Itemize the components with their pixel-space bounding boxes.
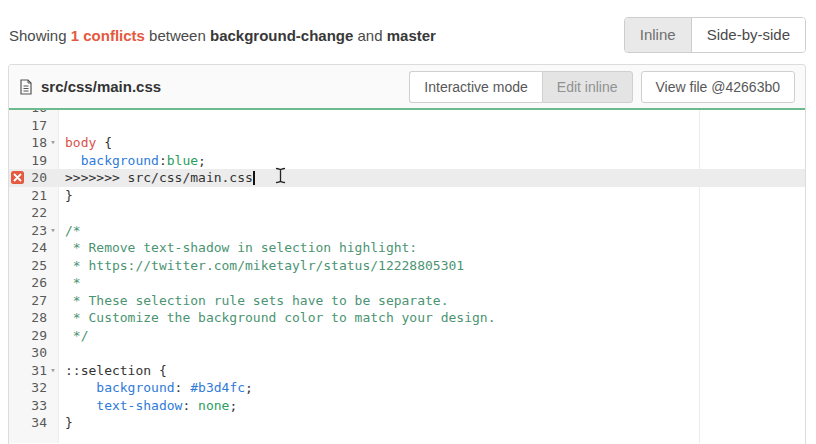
fold-cell xyxy=(47,309,59,327)
marker-cell xyxy=(9,344,27,362)
marker-cell xyxy=(9,152,27,170)
line-number: 17 xyxy=(27,117,47,135)
code-line[interactable]: 22 xyxy=(9,204,805,222)
code-line-text: */ xyxy=(59,327,88,345)
code-line[interactable]: 29 */ xyxy=(9,327,805,345)
line-number: 33 xyxy=(27,397,47,415)
side-by-side-toggle-button[interactable]: Side-by-side xyxy=(692,18,805,52)
code-line[interactable]: 25 * https://twitter.com/miketaylr/statu… xyxy=(9,257,805,275)
code-line-text: } xyxy=(59,414,73,432)
marker-cell xyxy=(9,274,27,292)
fold-cell xyxy=(47,379,59,397)
marker-cell xyxy=(9,397,27,415)
fold-arrow-icon[interactable]: ▾ xyxy=(47,362,59,380)
marker-cell xyxy=(9,187,27,205)
code-line[interactable]: 21} xyxy=(9,187,805,205)
marker-cell xyxy=(9,414,27,432)
line-number: 29 xyxy=(27,327,47,345)
summary-and: and xyxy=(358,27,383,44)
code-line-text xyxy=(59,344,65,362)
line-number: 25 xyxy=(27,257,47,275)
summary-showing: Showing xyxy=(9,27,67,44)
fold-cell xyxy=(47,397,59,415)
fold-arrow-icon[interactable]: ▾ xyxy=(47,222,59,240)
line-number: 20 xyxy=(27,169,47,187)
document-icon xyxy=(19,79,33,95)
i-beam-cursor-icon xyxy=(275,167,286,189)
code-line[interactable]: 33 text-shadow: none; xyxy=(9,397,805,415)
fold-cell xyxy=(47,414,59,432)
conflicts-summary-bar: Showing 1 conflicts between background-c… xyxy=(0,0,816,54)
code-line[interactable]: 18▾body { xyxy=(9,134,805,152)
summary-text: Showing 1 conflicts between background-c… xyxy=(9,27,436,44)
code-line[interactable]: 19 background:blue; xyxy=(9,152,805,170)
code-line-text: * https://twitter.com/miketaylr/status/1… xyxy=(59,257,464,275)
fold-cell xyxy=(47,239,59,257)
marker-cell xyxy=(9,222,27,240)
code-line[interactable]: 24 * Remove text-shadow in selection hig… xyxy=(9,239,805,257)
marker-cell xyxy=(9,327,27,345)
file-name: src/css/main.css xyxy=(41,78,161,95)
marker-cell xyxy=(9,362,27,380)
code-line-text: * Remove text-shadow in selection highli… xyxy=(59,239,417,257)
conflict-x-icon xyxy=(11,171,24,184)
fold-cell xyxy=(47,152,59,170)
line-number: 34 xyxy=(27,414,47,432)
code-line[interactable]: 26 * xyxy=(9,274,805,292)
code-line[interactable]: 17 xyxy=(9,117,805,135)
line-number: 19 xyxy=(27,152,47,170)
fold-cell xyxy=(47,187,59,205)
line-number: 23 xyxy=(27,222,47,240)
code-line[interactable]: 31▾::selection { xyxy=(9,362,805,380)
fold-cell xyxy=(47,344,59,362)
marker-cell xyxy=(9,239,27,257)
line-number: 24 xyxy=(27,239,47,257)
source-branch: background-change xyxy=(210,27,353,44)
line-number: 32 xyxy=(27,379,47,397)
summary-between: between xyxy=(149,27,206,44)
code-line[interactable]: 30 xyxy=(9,344,805,362)
conflict-marker-cell xyxy=(9,169,27,187)
marker-cell xyxy=(9,117,27,135)
marker-cell xyxy=(9,309,27,327)
marker-cell xyxy=(9,257,27,275)
conflict-count: 1 conflicts xyxy=(71,27,145,44)
code-line[interactable]: 34} xyxy=(9,414,805,432)
line-number: 21 xyxy=(27,187,47,205)
line-number: 18 xyxy=(27,134,47,152)
code-line[interactable]: 27 * These selection rule sets have to b… xyxy=(9,292,805,310)
view-file-button[interactable]: View file @42663b0 xyxy=(641,71,795,103)
view-mode-toggle: Inline Side-by-side xyxy=(624,17,806,53)
edit-inline-button[interactable]: Edit inline xyxy=(542,71,633,103)
code-editor[interactable]: 161718▾body {19 background:blue;20>>>>>>… xyxy=(9,110,805,443)
code-line[interactable]: 23▾/* xyxy=(9,222,805,240)
code-line-text: >>>>>>> src/css/main.css xyxy=(59,169,286,187)
file-header: src/css/main.css Interactive mode Edit i… xyxy=(9,65,805,110)
target-branch: master xyxy=(387,27,436,44)
fold-cell xyxy=(47,257,59,275)
code-line[interactable]: 32 background: #b3d4fc; xyxy=(9,379,805,397)
code-line[interactable]: 20>>>>>>> src/css/main.css xyxy=(9,169,805,187)
fold-arrow-icon[interactable]: ▾ xyxy=(47,134,59,152)
resolve-mode-button-group: Interactive mode Edit inline xyxy=(409,71,632,103)
code-line-text: /* xyxy=(59,222,81,240)
marker-cell xyxy=(9,134,27,152)
line-number: 28 xyxy=(27,309,47,327)
fold-cell xyxy=(47,274,59,292)
line-number: 26 xyxy=(27,274,47,292)
code-line-text: * xyxy=(59,274,81,292)
fold-cell xyxy=(47,169,59,187)
line-number: 30 xyxy=(27,344,47,362)
inline-toggle-button[interactable]: Inline xyxy=(625,18,692,52)
fold-cell xyxy=(47,292,59,310)
line-number: 27 xyxy=(27,292,47,310)
code-line-text: * These selection rule sets have to be s… xyxy=(59,292,449,310)
code-line[interactable]: 28 * Customize the background color to m… xyxy=(9,309,805,327)
fold-cell xyxy=(47,327,59,345)
fold-cell xyxy=(47,204,59,222)
marker-cell xyxy=(9,204,27,222)
code-line-text: ::selection { xyxy=(59,362,167,380)
interactive-mode-button[interactable]: Interactive mode xyxy=(409,71,542,103)
file-header-actions: Interactive mode Edit inline View file @… xyxy=(409,71,795,103)
code-rows: 161718▾body {19 background:blue;20>>>>>>… xyxy=(9,110,805,432)
